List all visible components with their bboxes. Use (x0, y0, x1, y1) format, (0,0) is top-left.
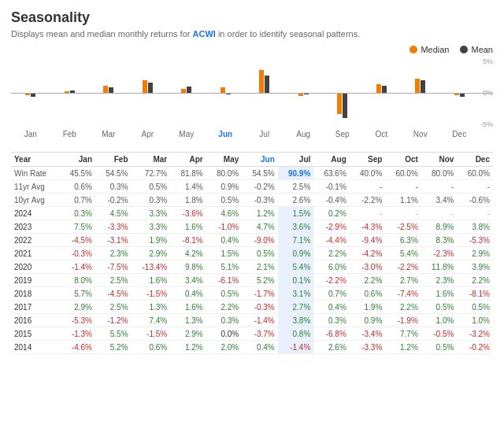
cell-dec: -5.3% (457, 234, 493, 247)
seasonality-chart: 5% 0% -5% JanFebMarAprMayJunJulAugSepOct… (11, 57, 493, 144)
cell-dec: 0.5% (457, 301, 493, 314)
cell-may: 2.0% (206, 341, 243, 354)
row-label: 2021 (11, 247, 60, 260)
x-label-mar: Mar (89, 130, 128, 138)
cell-jan: 2.9% (60, 301, 96, 314)
cell-sep: 0.9% (350, 314, 386, 327)
cell-mar: -1.5% (132, 327, 171, 341)
cell-nov: 11.8% (421, 260, 458, 274)
cell-nov: -2.3% (421, 247, 458, 260)
cell-jun: 1.2% (242, 207, 278, 220)
cell-aug: 0.3% (313, 314, 350, 327)
cell-jun: 54.5% (242, 167, 278, 180)
cell-dec: -0.2% (457, 341, 493, 354)
cell-feb: 5.5% (95, 327, 132, 341)
cell-jun: -9.0% (242, 234, 278, 247)
cell-apr: 1.6% (170, 220, 206, 234)
cell-mar: -13.4% (132, 260, 171, 274)
row-label: 2017 (11, 301, 60, 314)
cell-jan: 0.3% (60, 207, 96, 220)
cell-jun: 0.4% (242, 341, 278, 354)
row-label: 11yr Avg (11, 180, 60, 194)
cell-mar: 7.4% (132, 314, 171, 327)
cell-oct: 1.1% (385, 194, 421, 207)
x-label-sep: Sep (323, 130, 362, 138)
cell-feb: 54.5% (95, 167, 132, 180)
cell-may: 80.0% (206, 167, 243, 180)
cell-mar: 1.3% (132, 301, 171, 314)
cell-oct: -7.4% (385, 287, 421, 301)
col-header-nov: Nov (421, 153, 458, 167)
cell-dec: 3.9% (457, 260, 493, 274)
cell-aug: 63.6% (313, 167, 350, 180)
x-label-oct: Oct (362, 130, 402, 138)
cell-may: 4.6% (206, 207, 243, 220)
cell-may: -6.1% (206, 274, 243, 287)
row-label: 10yr Avg (11, 194, 60, 207)
table-row: 10yr Avg0.7%-0.2%0.3%1.8%0.5%-0.3%2.6%-0… (11, 194, 493, 207)
cell-mar: 3.3% (132, 207, 171, 220)
x-label-feb: Feb (50, 130, 90, 138)
cell-oct: 2.7% (385, 274, 421, 287)
cell-may: 2.2% (206, 301, 243, 314)
cell-mar: 0.6% (132, 341, 171, 354)
data-table: YearJanFebMarAprMayJunJulAugSepOctNovDec… (11, 152, 493, 354)
cell-feb: -7.5% (95, 260, 132, 274)
cell-sep: - (350, 180, 386, 194)
cell-apr: 1.3% (170, 314, 206, 327)
cell-feb: 2.3% (95, 247, 132, 260)
col-header-jun: Jun (242, 153, 278, 167)
cell-jan: -0.3% (60, 247, 96, 260)
cell-may: 5.1% (206, 260, 243, 274)
x-axis: JanFebMarAprMayJunJulAugSepOctNovDec (11, 130, 493, 138)
cell-nov: 1.0% (421, 314, 458, 327)
cell-jul: 0.1% (278, 274, 314, 287)
cell-may: 0.5% (206, 194, 243, 207)
cell-jun: -3.7% (242, 327, 278, 341)
mean-label: Mean (471, 45, 493, 54)
cell-apr: 1.4% (170, 180, 206, 194)
cell-jun: -0.3% (242, 301, 278, 314)
cell-jul: 90.9% (278, 167, 314, 180)
ticker-link[interactable]: ACWI (193, 29, 216, 39)
cell-nov: 1.6% (421, 287, 458, 301)
cell-jul: 0.9% (278, 247, 314, 260)
cell-oct: 7.7% (385, 327, 421, 341)
cell-jan: 0.7% (60, 194, 96, 207)
cell-sep: 40.0% (350, 167, 386, 180)
cell-oct: 60.0% (385, 167, 421, 180)
cell-may: 1.5% (206, 247, 243, 260)
col-header-year: Year (11, 153, 60, 167)
cell-dec: - (457, 207, 493, 220)
row-label: 2020 (11, 260, 60, 274)
row-label: 2015 (11, 327, 60, 341)
row-label: 2019 (11, 274, 60, 287)
cell-may: 0.3% (206, 314, 243, 327)
x-label-dec: Dec (440, 130, 480, 138)
mean-dot (460, 46, 468, 54)
cell-apr: 1.8% (170, 194, 206, 207)
cell-aug: -0.1% (313, 180, 350, 194)
cell-mar: -1.5% (132, 287, 171, 301)
cell-apr: 9.8% (170, 260, 206, 274)
cell-jun: -0.3% (242, 194, 278, 207)
cell-nov: 2.3% (421, 274, 458, 287)
cell-oct: - (385, 207, 421, 220)
cell-sep: -3.0% (350, 260, 386, 274)
table-row: 2022-4.5%-3.1%1.9%-8.1%0.4%-9.0%7.1%-4.4… (11, 234, 493, 247)
cell-dec: 2.9% (457, 247, 493, 260)
cell-jan: 45.5% (60, 167, 96, 180)
table-row: 20240.3%4.5%3.3%-3.6%4.6%1.2%1.5%0.2%---… (11, 207, 493, 220)
cell-oct: 2.2% (385, 301, 421, 314)
legend-median: Median (410, 45, 449, 54)
cell-apr: -3.6% (170, 207, 206, 220)
col-header-jul: Jul (278, 153, 314, 167)
x-label-jan: Jan (11, 130, 50, 138)
cell-feb: -3.3% (95, 220, 132, 234)
cell-jul: -1.4% (278, 341, 314, 354)
cell-aug: 2.6% (313, 341, 350, 354)
table-row: 20172.9%2.5%1.3%1.6%2.2%-0.3%2.7%0.4%1.9… (11, 301, 493, 314)
row-label: 2014 (11, 341, 60, 354)
cell-apr: -8.1% (170, 234, 206, 247)
cell-nov: 80.0% (421, 167, 458, 180)
